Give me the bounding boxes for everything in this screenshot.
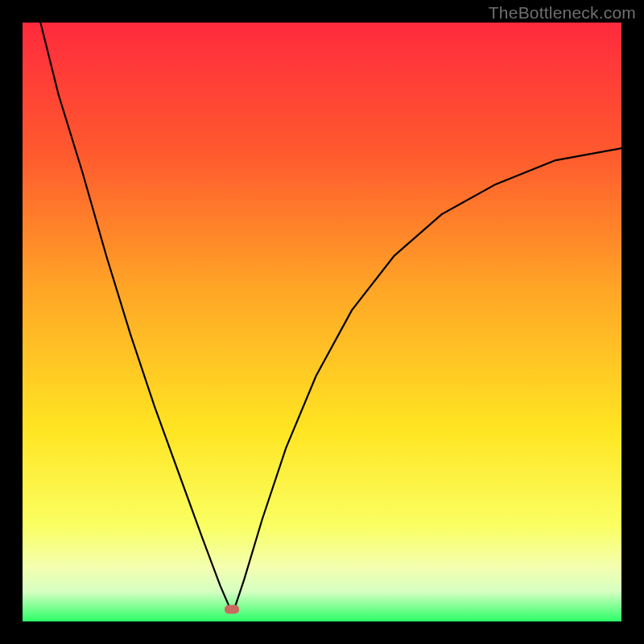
plot-area [23,23,621,621]
watermark-text: TheBottleneck.com [489,3,636,23]
outer-frame: TheBottleneck.com [0,0,644,644]
bottleneck-marker [225,605,239,614]
